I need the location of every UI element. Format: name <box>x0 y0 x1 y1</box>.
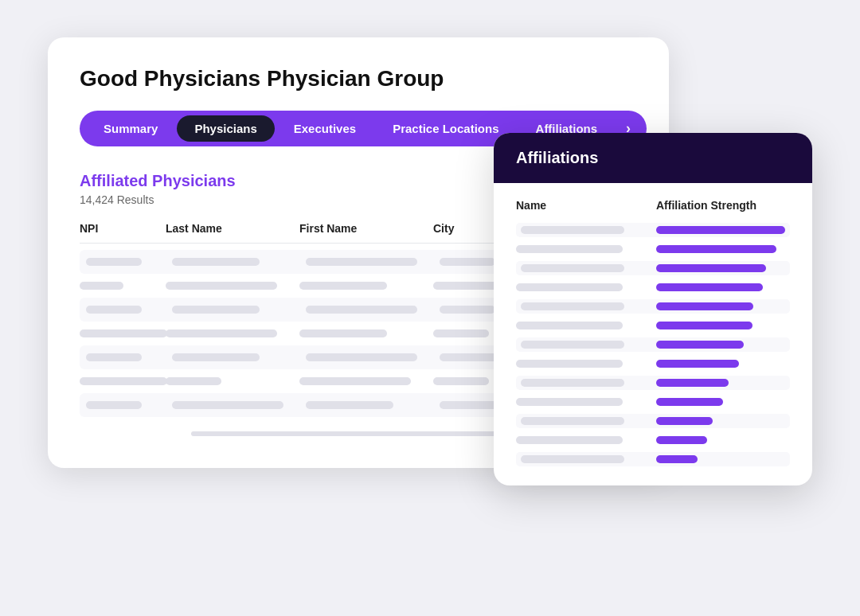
cell-bar <box>172 258 260 266</box>
aff-name-bar <box>516 360 623 368</box>
cell-bar <box>306 258 417 266</box>
aff-row[interactable] <box>516 280 790 294</box>
aff-name-bar <box>521 264 624 272</box>
cell-bar <box>80 282 123 290</box>
cell-bar <box>306 306 417 314</box>
affiliations-card-title: Affiliations <box>516 149 790 167</box>
cell-bar <box>86 306 142 314</box>
cell-bar <box>80 377 167 385</box>
tab-physicians[interactable]: Physicians <box>177 115 274 142</box>
cell-bar <box>306 401 393 409</box>
page-title: Good Physicians Physician Group <box>80 66 637 92</box>
aff-row[interactable] <box>516 395 790 409</box>
aff-row[interactable] <box>516 452 790 466</box>
cell-bar <box>440 306 495 314</box>
affiliations-card-header: Affiliations <box>494 133 812 183</box>
aff-row[interactable] <box>516 261 790 275</box>
cell-bar <box>299 377 411 385</box>
scene: Good Physicians Physician Group Summary … <box>48 37 812 579</box>
aff-strength-bar <box>656 226 785 234</box>
cell-bar <box>166 282 277 290</box>
cell-bar <box>166 377 221 385</box>
aff-row[interactable] <box>516 223 790 237</box>
aff-name-bar <box>521 341 624 349</box>
aff-row[interactable] <box>516 357 790 371</box>
cell-bar <box>172 401 283 409</box>
aff-strength-bar <box>656 360 739 368</box>
aff-strength-bar <box>656 302 753 310</box>
aff-row[interactable] <box>516 299 790 314</box>
aff-name-bar <box>516 436 623 444</box>
aff-row[interactable] <box>516 318 790 333</box>
aff-strength-bar <box>656 245 776 253</box>
aff-rows <box>516 223 790 466</box>
cell-bar <box>299 329 387 337</box>
affiliations-body: Name Affiliation Strength <box>494 183 812 485</box>
aff-strength-bar <box>656 398 723 406</box>
scroll-indicator[interactable] <box>191 431 526 436</box>
aff-strength-bar <box>656 322 752 329</box>
cell-bar <box>433 377 489 385</box>
aff-strength-bar <box>656 455 698 463</box>
aff-strength-bar <box>656 283 763 291</box>
aff-name-bar <box>516 398 623 406</box>
aff-strength-bar <box>656 341 744 349</box>
aff-name-bar <box>521 302 624 310</box>
aff-col-strength: Affiliation Strength <box>656 199 790 212</box>
col-last-name: Last Name <box>166 222 293 235</box>
aff-name-bar <box>521 417 624 425</box>
cell-bar <box>86 353 142 361</box>
aff-row[interactable] <box>516 242 790 256</box>
aff-strength-bar <box>656 379 729 387</box>
affiliations-card: Affiliations Name Affiliation Strength <box>494 133 812 485</box>
aff-col-name: Name <box>516 199 650 212</box>
aff-strength-bar <box>656 417 713 425</box>
col-npi: NPI <box>80 222 159 235</box>
cell-bar <box>440 258 495 266</box>
cell-bar <box>433 329 489 337</box>
aff-name-bar <box>516 245 623 253</box>
cell-bar <box>306 353 417 361</box>
cell-bar <box>86 401 142 409</box>
cell-bar <box>299 282 387 290</box>
cell-bar <box>172 353 260 361</box>
aff-name-bar <box>521 226 624 234</box>
aff-name-bar <box>516 322 623 329</box>
cell-bar <box>166 329 277 337</box>
aff-row[interactable] <box>516 376 790 390</box>
col-first-name: First Name <box>299 222 427 235</box>
aff-row[interactable] <box>516 337 790 352</box>
aff-name-bar <box>521 379 624 387</box>
aff-name-bar <box>516 283 623 291</box>
tab-executives[interactable]: Executives <box>276 115 373 142</box>
cell-bar <box>86 258 142 266</box>
aff-row[interactable] <box>516 433 790 447</box>
cell-bar <box>80 329 167 337</box>
aff-strength-bar <box>656 264 766 272</box>
aff-name-bar <box>521 455 624 463</box>
aff-col-headers: Name Affiliation Strength <box>516 199 790 212</box>
tab-summary[interactable]: Summary <box>86 115 175 142</box>
cell-bar <box>172 306 260 314</box>
aff-row[interactable] <box>516 414 790 428</box>
tab-practice-locations[interactable]: Practice Locations <box>375 115 516 142</box>
aff-strength-bar <box>656 436 707 444</box>
